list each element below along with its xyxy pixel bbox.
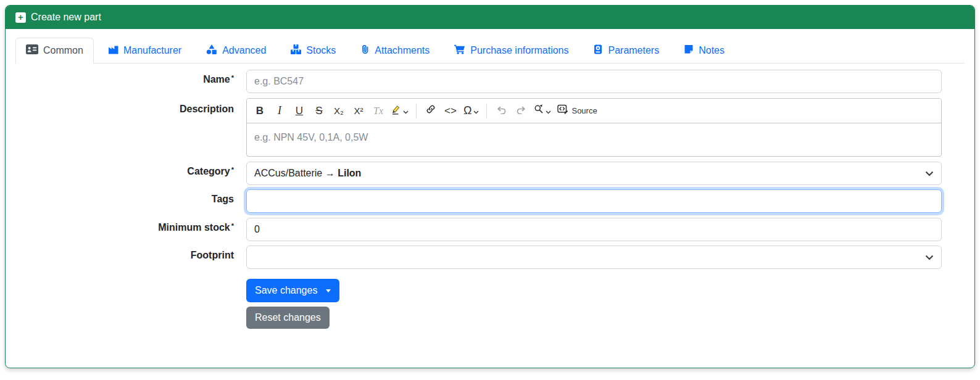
- paperclip-icon: [360, 44, 370, 57]
- category-select[interactable]: ACCus/Batterie → LiIon: [246, 162, 942, 185]
- chevron-down-icon: [403, 105, 409, 117]
- chevron-down-icon: [925, 252, 934, 263]
- tab-label: Common: [43, 45, 83, 56]
- description-editor-content[interactable]: e.g. NPN 45V, 0,1A, 0,5W: [247, 123, 941, 156]
- description-row: Description B I U S X₂ X² Tx: [15, 98, 965, 157]
- tab-label: Purchase informations: [470, 45, 568, 56]
- source-editing-button[interactable]: Source: [555, 102, 599, 120]
- tab-notes[interactable]: Notes: [673, 38, 735, 63]
- tab-label: Advanced: [222, 45, 266, 56]
- tab-advanced[interactable]: Advanced: [196, 38, 276, 63]
- name-input[interactable]: [246, 70, 942, 93]
- tab-bar: Common Manufacturer Advanced: [15, 38, 965, 64]
- find-replace-button[interactable]: [531, 102, 554, 120]
- parameters-book-icon: [593, 44, 603, 57]
- description-placeholder: e.g. NPN 45V, 0,1A, 0,5W: [254, 132, 368, 142]
- category-row: Category* ACCus/Batterie → LiIon: [15, 162, 965, 185]
- card-header: + Create new part: [6, 6, 974, 29]
- toolbar-separator: [486, 104, 487, 118]
- required-asterisk: *: [231, 166, 234, 173]
- factory-icon: [108, 44, 118, 57]
- tab-attachments[interactable]: Attachments: [350, 38, 440, 63]
- tags-label: Tags: [15, 189, 246, 213]
- chevron-down-icon: [925, 168, 934, 179]
- bold-button[interactable]: B: [251, 102, 269, 120]
- common-tab-form: Name* Description B I U: [15, 64, 965, 329]
- italic-button[interactable]: I: [270, 102, 289, 120]
- highlighter-icon: [391, 104, 401, 118]
- tab-parameters[interactable]: Parameters: [583, 38, 670, 63]
- shapes-icon: [206, 44, 217, 57]
- underline-button[interactable]: U: [290, 102, 309, 120]
- minimum-stock-label: Minimum stock*: [15, 218, 246, 241]
- category-label: Category*: [15, 162, 246, 185]
- save-changes-label: Save changes: [255, 285, 317, 296]
- chevron-down-icon: [473, 105, 479, 117]
- boxes-stacked-icon: [291, 44, 301, 57]
- required-asterisk: *: [231, 222, 234, 229]
- tab-label: Attachments: [375, 45, 430, 56]
- footprint-label: Footprint: [15, 246, 246, 269]
- tab-stocks[interactable]: Stocks: [280, 38, 346, 63]
- undo-icon: [496, 105, 507, 117]
- find-replace-icon: [534, 104, 544, 117]
- page-title: Create new part: [31, 12, 101, 23]
- tab-purchase-informations[interactable]: Purchase informations: [444, 38, 579, 63]
- name-label: Name*: [15, 70, 246, 93]
- tab-manufacturer[interactable]: Manufacturer: [98, 38, 192, 63]
- link-icon: [426, 104, 436, 117]
- undo-button[interactable]: [492, 102, 510, 120]
- minimum-stock-input[interactable]: [246, 218, 942, 241]
- caret-down-icon: [326, 289, 331, 292]
- editor-toolbar: B I U S X₂ X² Tx: [247, 99, 941, 123]
- save-row: Save changes: [15, 279, 965, 302]
- toolbar-separator: [416, 104, 417, 118]
- superscript-button[interactable]: X²: [349, 102, 368, 120]
- special-characters-button[interactable]: Ω: [461, 102, 481, 120]
- highlight-button[interactable]: [389, 102, 411, 120]
- page: + Create new part Common Manufacturer: [0, 0, 980, 380]
- tags-input[interactable]: [246, 189, 942, 213]
- footprint-select[interactable]: [246, 246, 942, 269]
- required-asterisk: *: [231, 74, 234, 81]
- description-label: Description: [15, 98, 246, 157]
- sticky-note-icon: [684, 44, 694, 57]
- save-changes-button[interactable]: Save changes: [246, 279, 339, 302]
- rich-text-editor: B I U S X₂ X² Tx: [246, 98, 942, 157]
- minimum-stock-row: Minimum stock*: [15, 218, 965, 241]
- omega-icon: Ω: [463, 104, 471, 117]
- create-part-card: + Create new part Common Manufacturer: [5, 5, 975, 368]
- strikethrough-button[interactable]: S: [310, 102, 328, 120]
- subscript-button[interactable]: X₂: [330, 102, 348, 120]
- category-value: LiIon: [338, 168, 361, 178]
- tab-common[interactable]: Common: [15, 38, 94, 64]
- id-card-icon: [26, 44, 38, 57]
- redo-button[interactable]: [512, 102, 530, 120]
- remove-format-button[interactable]: Tx: [369, 102, 388, 120]
- code-button[interactable]: <>: [441, 102, 460, 120]
- source-label: Source: [571, 106, 597, 115]
- category-value-prefix: ACCus/Batterie →: [254, 168, 338, 178]
- reset-changes-button[interactable]: Reset changes: [246, 307, 330, 329]
- reset-row: Reset changes: [15, 307, 965, 329]
- plus-square-icon: +: [15, 12, 26, 23]
- redo-icon: [516, 105, 526, 117]
- shopping-cart-icon: [454, 44, 465, 57]
- footprint-row: Footprint: [15, 246, 965, 269]
- source-editing-icon: [557, 104, 568, 117]
- name-row: Name*: [15, 70, 965, 93]
- tab-label: Stocks: [306, 45, 336, 56]
- chevron-down-icon: [546, 105, 551, 117]
- tab-label: Notes: [699, 45, 725, 56]
- tab-label: Manufacturer: [123, 45, 181, 56]
- link-button[interactable]: [421, 102, 440, 120]
- tags-row: Tags: [15, 189, 965, 213]
- tab-label: Parameters: [608, 45, 659, 56]
